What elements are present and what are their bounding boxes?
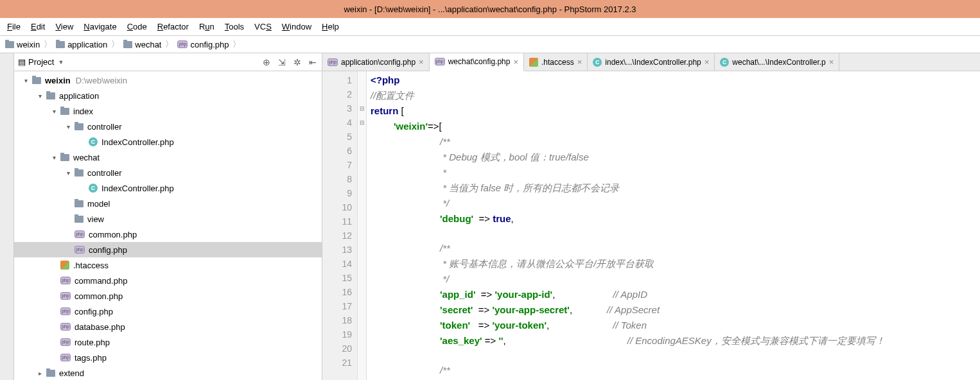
code-line: * 当值为 false 时，所有的日志都不会记录 xyxy=(440,182,619,193)
line-number[interactable]: 14 xyxy=(322,257,352,271)
close-icon[interactable]: × xyxy=(513,57,518,67)
editor-tab[interactable]: phpapplication\config.php× xyxy=(322,53,430,71)
tree-row[interactable]: phpconfig.php xyxy=(14,242,322,257)
line-number[interactable]: 21 xyxy=(322,356,352,370)
line-number[interactable]: 6 xyxy=(322,144,352,158)
php-icon: php xyxy=(74,230,85,238)
php-icon: php xyxy=(60,354,71,361)
close-icon[interactable]: × xyxy=(577,57,582,67)
line-number[interactable]: 20 xyxy=(322,341,352,356)
line-number[interactable]: 19 xyxy=(322,327,352,341)
tree-label: database.php xyxy=(74,322,125,332)
folder-icon xyxy=(56,41,65,48)
editor-tab[interactable]: Cindex\...\IndexController.php× xyxy=(588,53,715,71)
tree-row[interactable]: phpconfig.php xyxy=(14,304,322,319)
close-icon[interactable]: × xyxy=(829,57,834,67)
tree-row[interactable]: phpcommon.php xyxy=(14,227,322,242)
tree-arrow-icon[interactable]: ▾ xyxy=(22,77,30,84)
menu-help[interactable]: Help xyxy=(317,20,344,33)
breadcrumb-item[interactable]: wechat xyxy=(121,40,164,49)
php-icon: php xyxy=(60,292,71,300)
tree-row[interactable]: ▾wechat xyxy=(14,150,322,165)
line-number[interactable]: 7 xyxy=(322,158,352,172)
tree-row[interactable]: model xyxy=(14,196,322,211)
tree-row[interactable]: phptags.php xyxy=(14,350,322,365)
tree-row[interactable]: ▾weixinD:\web\weixin xyxy=(14,73,322,88)
tree-label: IndexController.php xyxy=(101,184,174,193)
line-number[interactable]: 3 xyxy=(322,101,352,116)
line-number[interactable]: 16 xyxy=(322,285,352,299)
menu-code[interactable]: Code xyxy=(122,20,152,33)
menu-vcs[interactable]: VCS xyxy=(249,20,277,33)
tree-row[interactable]: phpcommand.php xyxy=(14,273,322,288)
tree-row[interactable]: CIndexController.php xyxy=(14,134,322,150)
editor-tab[interactable]: .htaccess× xyxy=(524,53,588,71)
tree-arrow-icon[interactable]: ▾ xyxy=(50,108,58,115)
line-number[interactable]: 13 xyxy=(322,243,352,257)
sidebar-title[interactable]: ▤ Project ▼ xyxy=(18,57,64,67)
tree-row[interactable]: ▾controller xyxy=(14,119,322,134)
line-number[interactable]: 17 xyxy=(322,299,352,313)
menu-tools[interactable]: Tools xyxy=(220,20,249,33)
line-number[interactable]: 12 xyxy=(322,229,352,243)
code-editor[interactable]: <?php //配置文件 return [ 'weixin'=>[ /** * … xyxy=(367,71,980,380)
menu-view[interactable]: View xyxy=(50,20,78,33)
menu-edit[interactable]: Edit xyxy=(26,20,50,33)
project-tree[interactable]: ▾weixinD:\web\weixin▾application▾index▾c… xyxy=(14,71,322,380)
fold-mark[interactable]: ⊟ xyxy=(358,116,366,130)
gear-icon[interactable]: ✲ xyxy=(292,56,302,69)
tree-arrow-icon[interactable]: ▾ xyxy=(50,154,58,161)
line-number[interactable]: 10 xyxy=(322,200,352,214)
line-number[interactable]: 8 xyxy=(322,172,352,186)
line-number[interactable]: 2 xyxy=(322,87,352,101)
sidebar-header: ▤ Project ▼ ⊕ ⇲ ✲ ⇤ xyxy=(14,53,322,71)
fold-mark[interactable]: ⊟ xyxy=(358,101,366,116)
tree-row[interactable]: CIndexController.php xyxy=(14,180,322,196)
menu-file[interactable]: File xyxy=(2,20,26,33)
fold-mark xyxy=(358,271,366,285)
collapse-icon[interactable]: ⇲ xyxy=(277,56,287,69)
fold-mark xyxy=(358,341,366,356)
tree-arrow-icon[interactable]: ▸ xyxy=(36,370,44,377)
breadcrumb-item[interactable]: application xyxy=(53,40,110,49)
line-number[interactable]: 4 xyxy=(322,116,352,130)
line-number[interactable]: 9 xyxy=(322,186,352,200)
line-number[interactable]: 5 xyxy=(322,130,352,144)
tree-row[interactable]: .htaccess xyxy=(14,257,322,273)
tree-row[interactable]: phpcommon.php xyxy=(14,288,322,304)
htaccess-icon xyxy=(60,261,69,270)
tree-row[interactable]: phproute.php xyxy=(14,334,322,350)
tree-row[interactable]: ▸extend xyxy=(14,365,322,380)
line-number[interactable]: 15 xyxy=(322,271,352,285)
folder-icon xyxy=(5,41,14,48)
sidebar-strip[interactable] xyxy=(0,53,14,380)
line-number[interactable]: 11 xyxy=(322,214,352,229)
breadcrumb-item[interactable]: phpconfig.php xyxy=(175,40,231,49)
tree-label: controller xyxy=(87,122,121,132)
tree-label: controller xyxy=(87,168,121,178)
editor-tab[interactable]: phpwechat\config.php× xyxy=(430,53,524,71)
tree-row[interactable]: view xyxy=(14,211,322,227)
tree-arrow-icon[interactable]: ▾ xyxy=(36,92,44,99)
line-number[interactable]: 18 xyxy=(322,313,352,327)
tree-row[interactable]: ▾controller xyxy=(14,165,322,180)
tree-arrow-icon[interactable]: ▾ xyxy=(64,123,72,130)
tree-row[interactable]: ▾index xyxy=(14,103,322,119)
hide-icon[interactable]: ⇤ xyxy=(308,56,318,69)
breadcrumb-item[interactable]: weixin xyxy=(3,40,42,49)
menu-navigate[interactable]: Navigate xyxy=(78,20,121,33)
tree-row[interactable]: phpdatabase.php xyxy=(14,319,322,334)
chevron-right-icon: 〉 xyxy=(165,39,173,50)
menu-window[interactable]: Window xyxy=(277,20,317,33)
close-icon[interactable]: × xyxy=(419,57,424,67)
tree-arrow-icon[interactable]: ▾ xyxy=(64,169,72,177)
locate-icon[interactable]: ⊕ xyxy=(261,56,272,69)
tree-label: index xyxy=(73,107,93,116)
menu-run[interactable]: Run xyxy=(194,20,220,33)
menu-refactor[interactable]: Refactor xyxy=(152,20,194,33)
fold-mark xyxy=(358,257,366,271)
tree-row[interactable]: ▾application xyxy=(14,88,322,103)
close-icon[interactable]: × xyxy=(704,57,710,67)
editor-tab[interactable]: Cwechat\...\IndexController.p× xyxy=(715,53,839,71)
line-number[interactable]: 1 xyxy=(322,73,352,87)
